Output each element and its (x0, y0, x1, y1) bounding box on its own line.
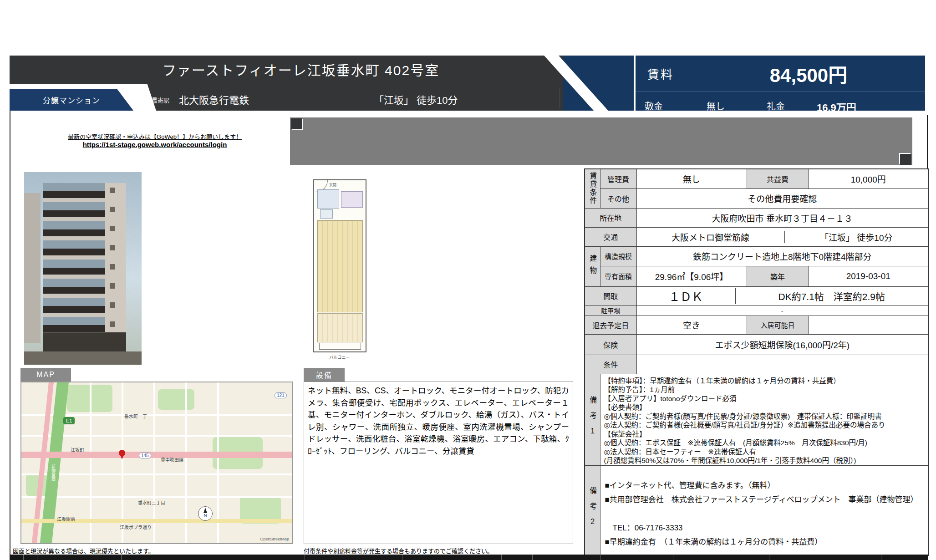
dk-room (317, 220, 363, 312)
note-line: 【必要書類】 (600, 403, 928, 412)
note-line: 【特約事項】：早期違約金有（１年未満の解約は１ヶ月分の賃料・共益費） (600, 377, 928, 386)
insurance-value: エポス少額短期保険(16,000円/2年) (636, 334, 928, 355)
built-value: 2019-03-01 (809, 266, 928, 286)
access-line: 大阪メトロ御堂筋線 (637, 231, 785, 243)
notes2: ■インターネット代、管理費に含みます。（無料） ■共用部管理会社 株式会社ファー… (600, 465, 928, 555)
map-park (158, 389, 194, 410)
equipment-tab: 設備 (304, 368, 345, 382)
moveout-label: 退去予定日 (585, 316, 636, 334)
note-line: ◎法人契約：ご契約者様(会社概要/顔写真/社員証/身分証）※追加書類提出必要の場… (600, 421, 928, 430)
map-street (21, 473, 293, 475)
notes1: 【特約事項】：早期違約金有（１年未満の解約は１ヶ月分の賃料・共益費） 【解約予告… (600, 374, 928, 465)
parking-value: - (636, 305, 928, 316)
note-line: ◎個人契約：ご契約者様(顔写真/住民票/身分証/源泉徴収票) 連帯保証人様：印鑑… (600, 412, 928, 421)
layout-detail: DK約7.1帖 洋室約2.9帖 (736, 289, 928, 303)
rail-line: 北大阪急行電鉄 (179, 92, 249, 107)
moveout-value: 空き (636, 316, 747, 334)
mgmt-fee-value: 無し (636, 169, 747, 188)
building-group-cell: 建物 (585, 246, 600, 286)
insurance-label: 保険 (585, 334, 636, 355)
toilet-unit (320, 209, 333, 219)
building-photo (24, 172, 142, 365)
corner-square (900, 154, 911, 165)
note-line: ■早期違約金有 （１年未満の解約は１ヶ月分の賃料・共益費） (600, 535, 928, 549)
property-flyer: ファーストフィオーレ江坂垂水町 402号室 分譲マンション 最寄駅 北大阪急行電… (0, 0, 936, 560)
mgmt-fee-label: 管理費 (600, 169, 636, 188)
gray-banner (290, 117, 912, 165)
parking-label: 駐車場 (585, 305, 636, 316)
note-line: TEL：06-7176-3333 (600, 521, 928, 535)
map-label: 新御堂筋 (51, 464, 56, 481)
map-label: 江坂町 (71, 446, 84, 453)
condition-label: 条件 (585, 355, 636, 374)
kitchen-unit (341, 191, 363, 208)
compass-icon: N (198, 506, 213, 521)
balcony-label: バルコニー (313, 354, 366, 360)
map: E1 121 145 垂水町一丁 江坂町 豊中吹田線 垂水町三丁目 江坂駅前 江… (20, 382, 293, 544)
condition-value (636, 355, 928, 374)
left-border (10, 111, 10, 560)
address-label: 所在地 (585, 208, 636, 227)
map-tab: MAP (20, 368, 71, 382)
area-value: 29.96㎡【9.06坪】 (636, 266, 747, 286)
deposit-label: 敷金 (645, 99, 663, 112)
map-label: 豊中吹田線 (161, 456, 183, 463)
floor-plan: 玄関 (313, 179, 366, 352)
note-line (600, 507, 928, 521)
area-label: 専有面積 (600, 266, 636, 286)
header-band: ファーストフィオーレ江坂垂水町 402号室 分譲マンション 最寄駅 北大阪急行電… (10, 56, 634, 111)
western-room (317, 313, 363, 342)
building-side-windows (110, 188, 115, 351)
subheader-separator (363, 87, 363, 108)
note-line: 【保証会社】 (600, 430, 928, 439)
notes2-group-cell: 備考2 (585, 465, 600, 555)
goweb-link[interactable]: https://1st-stage.goweb.work/accounts/lo… (55, 141, 255, 148)
map-label: 江坂駅前 (57, 515, 75, 522)
rent-label: 賃料 (647, 65, 674, 82)
notes1-group-cell: 備考1 (585, 374, 600, 465)
note-line: ■インターネット代、管理費に含みます。（無料） (600, 479, 928, 493)
building-ground (24, 351, 142, 365)
key-money-value: 16.9万円 (817, 99, 856, 114)
map-label: 江坂ポプラ通り (120, 524, 152, 530)
map-route-road (21, 452, 293, 458)
note-line: ■共用部管理会社 株式会社ファーストステージディベロップメント 事業部（建物管理… (600, 493, 928, 507)
access-label: 交通 (585, 227, 636, 246)
note-line: 【入居者アプリ】totonoダウンロード必須 (600, 394, 928, 403)
price-block: 賃料 84,500円 敷金 無し 礼金 16.9万円 (636, 56, 925, 111)
note-line: 【解約予告】：1ヵ月前 (600, 385, 928, 394)
balcony-outline (319, 343, 361, 350)
movein-value (809, 316, 928, 334)
structure-value: 鉄筋コンクリート造地上8階地下0階建4階部分 (636, 246, 928, 266)
map-label: 垂水町一丁 (124, 412, 147, 419)
nearest-station-label: 最寄駅 (152, 96, 169, 104)
station-walk-time: 「江坂」 徒歩10分 (374, 92, 458, 107)
note-line: ◎法人契約：日本セーフティー ※連帯保証人有 (600, 448, 928, 457)
note-line: (月額総賃料50%又は70%・年間保証料10,000円/1年・引落手数料400円… (600, 456, 928, 465)
building-side-wall (105, 183, 126, 352)
map-street (21, 496, 293, 498)
entrance-label: 玄関 (329, 182, 336, 187)
corner-square (291, 118, 302, 129)
spec-table: 賃貸条件 管理費 無し 共益費 10,000円 その他 その他費用要確認 所在地… (584, 168, 929, 556)
structure-label: 構造規模 (600, 246, 636, 266)
map-pin-icon (119, 450, 126, 460)
building-entrance (43, 332, 126, 353)
bath-unit (317, 189, 339, 209)
deposit-value: 無し (707, 99, 725, 112)
subheader-separator (559, 87, 560, 108)
map-label: 垂水町三丁目 (138, 499, 165, 506)
footer-strip (10, 555, 928, 560)
rent-value: 84,500円 (674, 60, 925, 87)
map-caption: 図面と現況が異なる場合は、現況優先といたします。 (13, 546, 154, 555)
adjacent-building (24, 193, 41, 343)
lease-group-cell: 賃貸条件 (585, 169, 600, 208)
common-fee-label: 共益費 (747, 169, 809, 188)
address-value: 大阪府吹田市 垂水町３丁目４－１３ (636, 208, 928, 227)
map-attribution: OpenStreetMap (260, 537, 289, 541)
layout-label: 間取 (585, 286, 636, 305)
note-line: ◎個人契約：エポス保証 ※連帯保証人有 (月額総賃料25% 月次保証料830円/… (600, 438, 928, 448)
equipment-list: ネット無料、BS、CS、オートロック、モニター付オートロック、防犯カメラ、集合郵… (304, 382, 573, 544)
building-balconies (43, 183, 105, 336)
key-money-label: 礼金 (767, 99, 785, 112)
